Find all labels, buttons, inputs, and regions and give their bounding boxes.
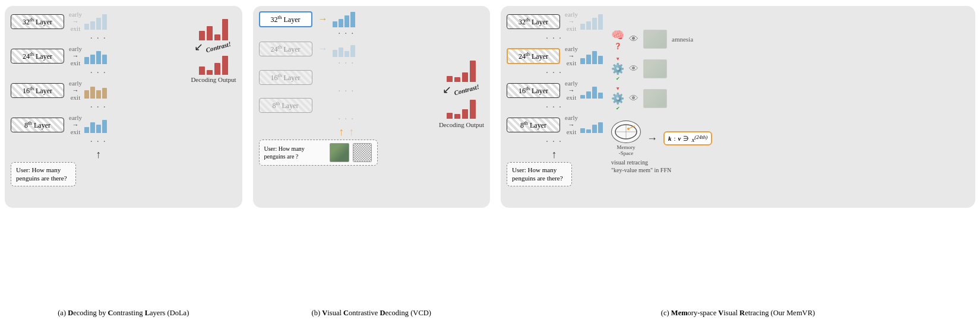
eye-slash-3: 👁 [629,93,638,104]
question-icon: ❓ [614,43,621,49]
down-arrow-red-2: 🔻 [615,86,621,91]
contrast-section-a: ↙ Contrast! [194,42,232,52]
dots-c3: · · · [507,102,602,113]
visual-row-2: 🔻 ⚙️ ✔ 👁 [611,86,969,111]
dots-a1: · · · [11,33,186,44]
early-exit-8a-top: early [69,114,82,121]
eye-slash-icon: 👁 [629,34,638,45]
layer-box-24b: 24th Layer [259,42,312,56]
amnesia-row: 🧠 ❓ 👁 amnesia [611,28,969,49]
early-exit-8c-top: early [565,114,578,121]
gear-check-icon-2: ⚙️ [611,92,624,105]
layer-box-32b: 32th Layer [259,11,312,27]
visual-retracing-label: visual retracing"key-value mem" in FFN [611,159,694,174]
barchart-24c [580,47,603,64]
down-arrow-red-1: 🔻 [615,56,621,62]
dots-b2: · · · [259,58,434,69]
dots-c2: · · · [507,68,602,78]
early-exit-32a-bot: exit [71,25,81,32]
layer-box-32a: 32th Layer [11,14,64,29]
decoding-chart-b [447,97,476,119]
layer-row-24c: 24th Layer early → exit [507,45,602,66]
layer-box-24a: 24th Layer [11,49,64,64]
panel-a-layers: 32th Layer early → exit · · · [11,11,186,186]
panel-c: 32th Layer early → exit · · · [501,6,975,304]
layer-row-24a: 24th Layer early → exit [11,45,186,66]
eye-slash-2: 👁 [629,64,638,74]
layer-row-32a: 32th Layer early → exit [11,11,186,32]
query-text-c: User: How many penguins are there? [512,166,563,182]
barchart-8c [580,116,603,133]
memory-space-label: Memory-Space [617,144,636,156]
dots-a4: · · · [11,137,186,147]
contrast-label-a: Contrast! [205,40,232,54]
early-exit-8a-bot: exit [71,128,81,135]
k-label: k [668,135,672,142]
query-text-b: User: How many penguins are ? [264,145,326,160]
x24-label: x(24th) [691,134,707,143]
query-box-b: User: How many penguins are ? [259,140,378,166]
early-exit-16a-top: early [69,80,82,87]
early-exit-8c-bot: exit [567,128,577,135]
layer-row-8c: 8th Layer early → exit [507,114,602,135]
colon-label: : [674,135,676,142]
barchart-32b [333,11,355,27]
layer-row-8a: 8th Layer early → exit [11,114,186,135]
image-thumb-b-noise [353,143,372,162]
layer-box-32c: 32th Layer [507,14,560,29]
image-thumb-b-penguin [330,143,349,162]
caption-b: (b) Visual Contrastive Decoding (VCD) [253,309,491,318]
caption-c: (c) Memory-space Visual Retracing (Our M… [501,309,975,318]
layer-box-8c: 8th Layer [507,118,560,132]
layer-box-16b: 16th Layer [259,70,312,85]
dots-b3: · · · [259,86,434,97]
barchart-16a [84,82,107,99]
dots-c1: · · · [507,33,602,44]
layer-row-16a: 16th Layer early → exit [11,80,186,101]
decoding-label-b: Decoding Output [439,121,484,128]
layer-box-16a: 16th Layer [11,83,64,98]
panel-b: 32th Layer → · · · 24th Layer [253,6,491,304]
image-thumb-c-3 [643,89,667,108]
barchart-32c [580,13,603,30]
image-thumb-c-1 [643,30,667,49]
panel-a: 32th Layer early → exit · · · [5,6,242,304]
barchart-24a [84,47,107,64]
layer-row-8b: 8th Layer [259,98,434,113]
dots-b1: · · · [259,28,434,39]
contrast-arrow-a: ↙ [194,42,203,52]
layer-box-8b: 8th Layer [259,98,312,113]
dots-a2: · · · [11,68,186,78]
panel-c-layers: 32th Layer early → exit · · · [507,11,602,186]
decoding-chart-a [199,53,228,75]
layer-row-32c: 32th Layer early → exit [507,11,602,32]
early-exit-32c-top: early [565,11,578,18]
layer-row-32b: 32th Layer → [259,11,434,27]
contrast-section-b: ↙ Contrast! [442,84,480,95]
visual-row-1: 🔻 ⚙️ ✔ 👁 [611,56,969,81]
kv-box: k : v ∋ x(24th) [663,131,712,146]
amnesia-brain-icon: 🧠 [611,28,624,42]
early-exit-16a-bot: exit [71,94,81,101]
barchart-8a [84,116,107,133]
amnesia-label: amnesia [672,36,693,43]
gear-check-icon-1: ⚙️ [611,62,624,75]
dots-a3: · · · [11,102,186,113]
up-arrow-c: ↑ [507,148,602,161]
contrast-arrow-b: ↙ [442,84,451,95]
layer-row-16c: 16th Layer early → exit [507,80,602,101]
layer-row-16b: 16th Layer [259,70,434,85]
dots-c4: · · · [507,137,602,147]
query-text-a: User: How many penguins are there? [16,166,67,182]
early-exit-24a-top: early [69,45,82,52]
query-box-a: User: How many penguins are there? [11,162,76,186]
panel-c-right: 🧠 ❓ 👁 amnesia 🔻 ⚙️ ✔ 👁 [606,11,969,174]
layer-row-24b: 24th Layer → [259,40,434,57]
contrast-label-b: Contrast! [453,83,480,97]
dots-b4: · · · [259,114,434,125]
early-exit-24a-bot: exit [71,59,81,66]
panel-b-layers: 32th Layer → · · · 24th Layer [259,11,434,166]
caption-a: (a) Decoding by Contrasting Layers (DoLa… [5,309,242,318]
memory-space-ellipse [611,121,641,143]
early-exit-24c-top: early [565,45,578,52]
